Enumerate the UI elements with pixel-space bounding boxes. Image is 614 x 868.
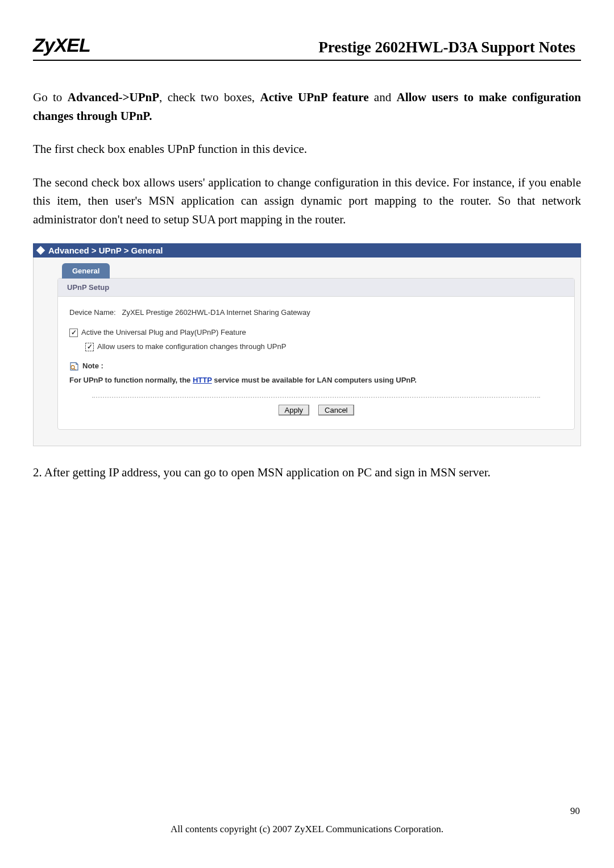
diamond-icon	[36, 246, 45, 255]
checkbox-label: Active the Universal Plug and Play(UPnP)…	[81, 326, 246, 340]
paragraph-4: 2. After getting IP address, you can go …	[33, 463, 581, 482]
note-icon	[69, 362, 79, 371]
panel-outer: General UPnP Setup Device Name: ZyXEL Pr…	[33, 258, 581, 446]
device-name-label: Device Name:	[69, 308, 116, 317]
paragraph-3: The second check box allows users' appli…	[33, 173, 581, 229]
checkbox-allow-config[interactable]: ✓	[85, 343, 94, 351]
text: Go to	[33, 90, 68, 104]
note-label: Note :	[82, 359, 103, 373]
tab-general[interactable]: General	[62, 263, 110, 279]
note-text: For UPnP to function normally, the HTTP …	[69, 373, 563, 388]
paragraph-2: The first check box enables UPnP functio…	[33, 140, 581, 159]
text: , check two boxes,	[159, 90, 260, 104]
checkbox-row-active-upnp: ✓ Active the Universal Plug and Play(UPn…	[69, 326, 563, 340]
divider	[92, 397, 540, 398]
panel-card: UPnP Setup Device Name: ZyXEL Prestige 2…	[57, 278, 575, 429]
section-header: UPnP Setup	[58, 279, 574, 297]
tab-label: General	[72, 267, 99, 275]
bold-text: Active UPnP feature	[260, 90, 369, 104]
http-link[interactable]: HTTP	[193, 376, 212, 384]
cancel-button[interactable]: Cancel	[318, 405, 354, 416]
apply-button[interactable]: Apply	[279, 405, 310, 416]
note-row: Note :	[69, 359, 563, 373]
button-row: Apply Cancel	[69, 405, 563, 416]
upnp-config-screenshot: Advanced > UPnP > General General UPnP S…	[33, 243, 581, 446]
page-number: 90	[570, 805, 580, 817]
page: ZyXEL Prestige 2602HWL-D3A Support Notes…	[0, 0, 614, 868]
checkbox-row-allow-config: ✓ Allow users to make configuration chan…	[85, 340, 563, 354]
section-body: Device Name: ZyXEL Prestige 2602HWL-D1A …	[58, 297, 574, 415]
breadcrumb: Advanced > UPnP > General	[33, 243, 581, 258]
footer-copyright: All contents copyright (c) 2007 ZyXEL Co…	[0, 824, 614, 835]
page-header: ZyXEL Prestige 2602HWL-D3A Support Notes	[33, 34, 581, 61]
paragraph-1: Go to Advanced->UPnP, check two boxes, A…	[33, 88, 581, 125]
checkbox-active-upnp[interactable]: ✓	[69, 329, 78, 337]
text: For UPnP to function normally, the	[69, 376, 193, 384]
checkbox-label: Allow users to make configuration change…	[97, 340, 286, 354]
logo: ZyXEL	[33, 34, 90, 56]
text: and	[368, 90, 396, 104]
text: service must be available for LAN comput…	[212, 376, 417, 384]
document-title: Prestige 2602HWL-D3A Support Notes	[318, 39, 581, 56]
bold-text: Advanced->UPnP	[68, 90, 159, 104]
device-name-row: Device Name: ZyXEL Prestige 2602HWL-D1A …	[69, 306, 563, 320]
device-name-value: ZyXEL Prestige 2602HWL-D1A Internet Shar…	[122, 308, 310, 317]
breadcrumb-text: Advanced > UPnP > General	[48, 246, 163, 255]
